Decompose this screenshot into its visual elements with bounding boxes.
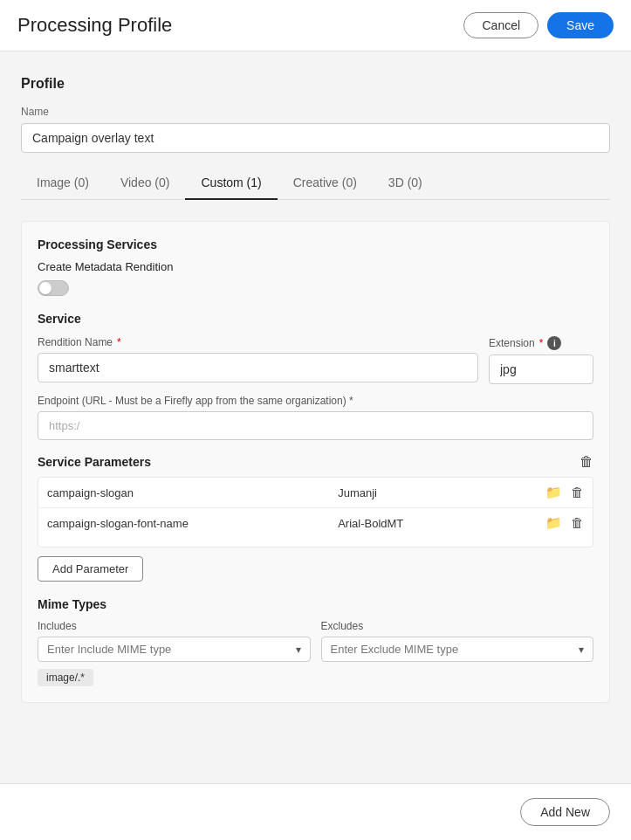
table-row: campaign-slogan-font-name Arial-BoldMT 📁… [38, 508, 593, 539]
page-title: Processing Profile [17, 14, 172, 37]
toggle-knob [39, 282, 51, 294]
excludes-label: Excludes [321, 620, 594, 632]
param-value-1: Arial-BoldMT [329, 508, 481, 539]
include-input-wrap: ▾ [38, 637, 311, 662]
extension-input[interactable] [489, 355, 593, 384]
rendition-name-wrap: Rendition Name * [38, 336, 478, 384]
extension-info-icon[interactable]: i [547, 336, 561, 350]
table-row: campaign-slogan Jumanji 📁 🗑 [38, 478, 593, 508]
param-folder-icon-0[interactable]: 📁 [545, 485, 562, 499]
param-actions-0: 📁 🗑 [481, 478, 593, 508]
param-folder-icon-1[interactable]: 📁 [545, 515, 562, 530]
processing-services-title: Processing Services [38, 238, 593, 251]
params-header: Service Parameters 🗑 [38, 454, 593, 470]
rendition-extension-row: Rendition Name * Extension * i [38, 336, 593, 384]
mime-types-section: Mime Types Includes ▾ image/.* Excludes [38, 597, 593, 686]
header-actions: Cancel Save [463, 12, 614, 38]
mime-row: Includes ▾ image/.* Excludes ▾ [38, 620, 593, 686]
create-metadata-toggle[interactable] [38, 280, 69, 296]
extension-wrap: Extension * i [489, 336, 593, 384]
includes-label: Includes [38, 620, 311, 632]
param-key-0: campaign-slogan [38, 478, 329, 508]
save-button[interactable]: Save [547, 12, 614, 38]
main-content: Profile Name Image (0) Video (0) Custom … [0, 52, 631, 783]
mime-types-title: Mime Types [38, 597, 593, 611]
profile-section-title: Profile [21, 76, 610, 92]
tab-3d[interactable]: 3D (0) [373, 167, 438, 200]
page-container: Processing Profile Cancel Save Profile N… [0, 0, 631, 840]
param-value-0: Jumanji [329, 478, 481, 508]
param-trash-icon-0[interactable]: 🗑 [571, 485, 584, 499]
rendition-name-label: Rendition Name * [38, 336, 478, 348]
create-metadata-label: Create Metadata Rendition [38, 260, 593, 273]
cancel-button[interactable]: Cancel [463, 12, 538, 38]
params-table-wrap: campaign-slogan Jumanji 📁 🗑 campaign-slo… [38, 477, 593, 547]
exclude-input-wrap: ▾ [321, 637, 594, 662]
endpoint-group: Endpoint (URL - Must be a Firefly app fr… [38, 395, 593, 440]
exclude-mime-input[interactable] [331, 643, 580, 656]
exclude-chevron-icon[interactable]: ▾ [579, 644, 584, 656]
params-delete-all-icon[interactable]: 🗑 [580, 454, 593, 470]
tabs-bar: Image (0) Video (0) Custom (1) Creative … [21, 167, 610, 200]
mime-include-tag-0: image/.* [38, 669, 93, 686]
service-title: Service [38, 312, 593, 326]
tab-creative[interactable]: Creative (0) [278, 167, 373, 200]
include-mime-input[interactable] [47, 643, 296, 656]
name-input[interactable] [21, 123, 610, 153]
footer: Add New [0, 783, 631, 840]
rendition-name-input[interactable] [38, 353, 478, 382]
params-table: campaign-slogan Jumanji 📁 🗑 campaign-slo… [38, 478, 593, 538]
tab-video[interactable]: Video (0) [105, 167, 186, 200]
toggle-container [38, 280, 593, 296]
param-trash-icon-1[interactable]: 🗑 [571, 515, 584, 530]
header: Processing Profile Cancel Save [0, 0, 631, 52]
name-label: Name [21, 106, 610, 118]
processing-services-container: Processing Services Create Metadata Rend… [21, 221, 610, 703]
tab-custom[interactable]: Custom (1) [185, 167, 277, 200]
add-parameter-button[interactable]: Add Parameter [38, 556, 143, 582]
name-field-group: Name [21, 106, 610, 153]
mime-excludes-col: Excludes ▾ [321, 620, 594, 686]
endpoint-input[interactable] [38, 411, 593, 440]
add-new-button[interactable]: Add New [520, 798, 610, 826]
include-chevron-icon[interactable]: ▾ [296, 644, 301, 656]
endpoint-label: Endpoint (URL - Must be a Firefly app fr… [38, 395, 593, 407]
param-key-1: campaign-slogan-font-name [38, 508, 329, 539]
param-actions-1: 📁 🗑 [481, 508, 593, 539]
extension-label: Extension * i [489, 336, 593, 350]
tab-image[interactable]: Image (0) [21, 167, 105, 200]
params-title: Service Parameters [38, 455, 151, 469]
mime-includes-col: Includes ▾ image/.* [38, 620, 311, 686]
